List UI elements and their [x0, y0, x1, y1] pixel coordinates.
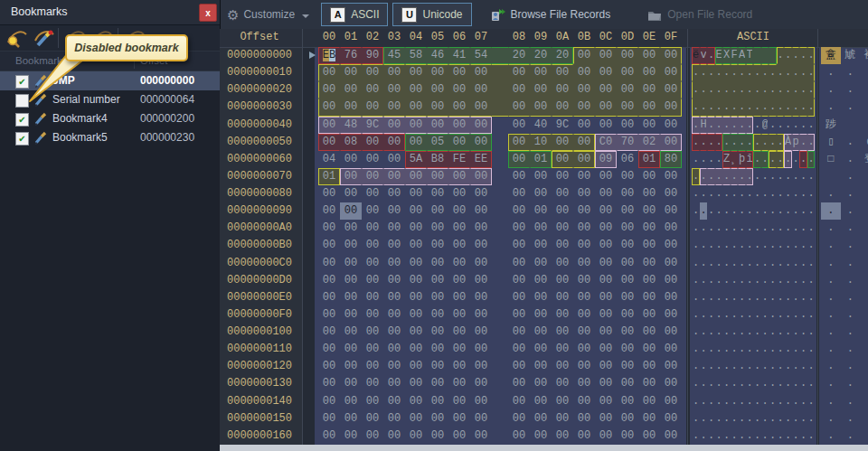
hex-byte[interactable]: 00 [362, 324, 383, 341]
hex-byte[interactable]: 00 [470, 220, 492, 237]
hex-byte[interactable]: 00 [405, 428, 427, 445]
ascii-char[interactable]: . [700, 410, 708, 428]
hex-byte[interactable]: 00 [448, 64, 470, 81]
ascii-char[interactable]: . [784, 272, 792, 289]
unicode-char[interactable]: . [841, 324, 861, 341]
hex-byte[interactable]: 00 [470, 428, 492, 445]
ascii-char[interactable]: . [692, 341, 700, 358]
ascii-char[interactable]: . [707, 237, 715, 254]
ascii-char[interactable]: . [707, 185, 715, 202]
unicode-char[interactable]: . [841, 202, 861, 220]
hex-byte[interactable]: 00 [617, 202, 638, 220]
ascii-char[interactable]: . [722, 410, 731, 428]
ascii-char[interactable]: . [707, 341, 715, 358]
ascii-char[interactable]: Z [722, 151, 731, 168]
hex-byte[interactable]: 00 [470, 358, 492, 375]
ascii-char[interactable]: . [792, 81, 800, 99]
ascii-char[interactable]: . [761, 168, 769, 185]
ascii-char[interactable]: . [746, 428, 754, 445]
ascii-char[interactable]: . [807, 289, 816, 306]
ascii-char[interactable]: H [700, 117, 708, 134]
ascii-char[interactable]: . [769, 117, 777, 134]
hex-byte[interactable]: 00 [552, 393, 573, 410]
ascii-char[interactable]: . [807, 428, 816, 445]
ascii-char[interactable]: . [769, 358, 777, 375]
ascii-char[interactable]: À [784, 134, 792, 151]
hex-byte[interactable]: 00 [508, 64, 530, 81]
hex-byte[interactable]: 00 [552, 220, 573, 237]
ascii-char[interactable]: . [807, 255, 816, 272]
hex-byte[interactable]: 00 [383, 428, 405, 445]
hex-byte[interactable]: 00 [638, 202, 660, 220]
hex-byte[interactable]: 00 [383, 410, 405, 428]
hex-byte[interactable]: 00 [660, 134, 682, 151]
ascii-char[interactable]: . [738, 168, 746, 185]
ascii-char[interactable]: . [738, 375, 746, 392]
ascii-char[interactable]: . [769, 81, 777, 99]
ascii-char[interactable]: . [792, 151, 800, 168]
ascii-char[interactable]: . [700, 134, 708, 151]
hex-byte[interactable]: 00 [660, 341, 682, 358]
hex-byte[interactable]: 00 [383, 185, 405, 202]
hex-byte[interactable]: 10 [530, 134, 552, 151]
ascii-char[interactable]: . [777, 324, 785, 341]
hex-byte[interactable]: 01 [638, 151, 660, 168]
ascii-char[interactable]: . [715, 237, 723, 254]
hex-byte[interactable]: 00 [530, 272, 552, 289]
hex-byte[interactable]: 00 [530, 324, 552, 341]
hex-byte[interactable]: 00 [638, 358, 660, 375]
customize-button[interactable]: ⚙ Customize [220, 3, 316, 26]
unicode-char[interactable]: . [821, 237, 841, 254]
hex-byte[interactable]: 00 [530, 99, 552, 116]
ascii-char[interactable]: . [692, 410, 700, 428]
hex-byte[interactable]: 00 [318, 272, 340, 289]
ascii-char[interactable]: . [731, 428, 739, 445]
ascii-char[interactable]: . [753, 428, 761, 445]
hex-byte[interactable]: 00 [660, 99, 682, 116]
ascii-char[interactable]: . [731, 255, 739, 272]
ascii-char[interactable]: . [769, 410, 777, 428]
hex-byte[interactable]: 00 [595, 428, 617, 445]
hex-byte[interactable]: 00 [427, 358, 448, 375]
ascii-char[interactable]: . [746, 358, 754, 375]
hex-byte[interactable]: 00 [530, 81, 552, 99]
hex-byte[interactable]: 00 [573, 410, 595, 428]
hex-byte[interactable]: 00 [362, 237, 383, 254]
ascii-char[interactable]: . [777, 134, 785, 151]
ascii-char[interactable]: . [692, 151, 700, 168]
hex-byte[interactable]: FE [448, 151, 470, 168]
hex-byte[interactable]: 00 [340, 410, 362, 428]
ascii-char[interactable]: . [753, 393, 761, 410]
ascii-char[interactable]: . [761, 202, 769, 220]
hex-byte[interactable]: 00 [448, 289, 470, 306]
hex-byte[interactable]: 45 [383, 47, 405, 64]
find-bookmark-icon[interactable] [5, 28, 27, 48]
ascii-char[interactable]: . [784, 289, 792, 306]
ascii-char[interactable]: . [731, 358, 739, 375]
ascii-char[interactable]: . [692, 81, 700, 99]
ascii-char[interactable]: . [738, 64, 746, 81]
hex-byte[interactable]: 00 [508, 202, 530, 220]
hex-byte[interactable]: 00 [530, 185, 552, 202]
ascii-char[interactable]: . [746, 289, 754, 306]
unicode-char[interactable]: . [821, 289, 841, 306]
hex-byte[interactable]: 00 [617, 237, 638, 254]
ascii-char[interactable]: . [807, 272, 816, 289]
hex-byte[interactable]: 00 [340, 237, 362, 254]
hex-byte[interactable]: 00 [617, 117, 638, 134]
ascii-char[interactable]: . [753, 99, 761, 116]
ascii-char[interactable]: . [746, 202, 754, 220]
hex-byte[interactable]: B8 [427, 151, 448, 168]
ascii-char[interactable]: . [799, 64, 807, 81]
ascii-char[interactable]: . [731, 289, 739, 306]
ascii-char[interactable]: . [707, 47, 715, 64]
hex-byte[interactable]: 00 [595, 185, 617, 202]
bookmark-row[interactable]: ✔JMP000000000 [0, 71, 220, 90]
ascii-char[interactable]: . [715, 151, 723, 168]
hex-byte[interactable]: 08 [340, 134, 362, 151]
ascii-char[interactable]: . [777, 220, 785, 237]
hex-byte[interactable]: 00 [383, 99, 405, 116]
ascii-char[interactable]: . [731, 168, 739, 185]
unicode-char[interactable]: . [841, 393, 861, 410]
hex-byte[interactable]: C0 [595, 134, 617, 151]
